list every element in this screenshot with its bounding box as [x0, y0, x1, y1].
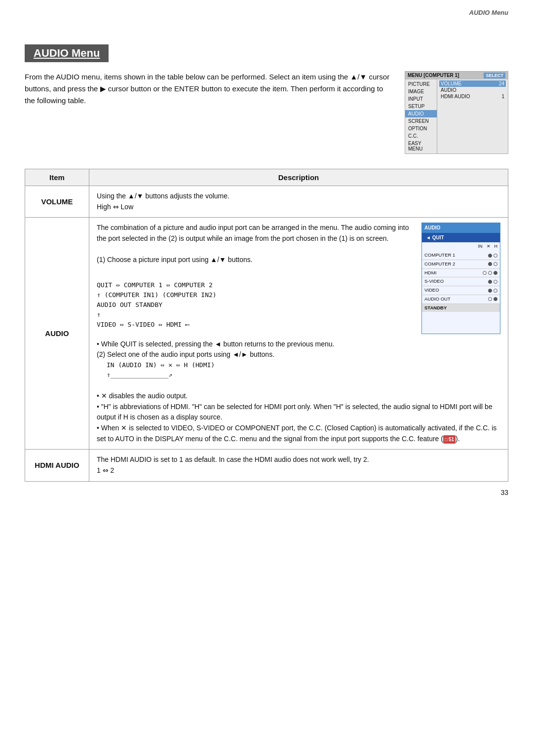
radio-group-hdmi	[483, 271, 497, 275]
radio-dot-empty	[488, 271, 492, 275]
radio-group-video	[488, 289, 497, 293]
audio-mini-row-video: VIDEO	[422, 286, 500, 295]
mini-menu-item-picture: PICTURE	[405, 80, 437, 88]
page-number: 33	[500, 489, 508, 496]
radio-dot-empty	[494, 280, 497, 284]
mini-menu-left-panel: PICTURE IMAGE INPUT SETUP AUDIO SCREEN O…	[405, 79, 437, 153]
radio-group-svideo	[488, 280, 497, 284]
audio-desc-quit: • While QUIT is selected, pressing the ◄…	[97, 339, 500, 350]
radio-group-audioout	[488, 297, 497, 301]
cycle-diagram: QUIT ⇔ COMPUTER 1 ⇔ COMPUTER 2 ⇑ (COMPUT…	[97, 280, 414, 330]
radio-dot-empty	[488, 297, 492, 301]
cycle-line4: ⇑	[97, 310, 414, 320]
table-row-audio: AUDIO The combination of a picture and a…	[25, 218, 508, 450]
mini-menu-preview: MENU [COMPUTER 1] SELECT PICTURE IMAGE I…	[405, 71, 508, 154]
intro-section: From the AUDIO menu, items shown in the …	[25, 71, 508, 154]
item-label-audio: AUDIO	[25, 218, 89, 450]
description-audio: The combination of a picture and audio i…	[89, 218, 508, 450]
audio-diagram-text: The combination of a picture and audio i…	[97, 223, 414, 334]
mini-menu-right-audio: AUDIO	[439, 87, 506, 93]
radio-dot-filled	[488, 280, 492, 284]
audio-mini-row-computer1: COMPUTER 1	[422, 251, 500, 260]
radio-dot-empty	[483, 271, 487, 275]
audio-mini-row-computer2: COMPUTER 2	[422, 260, 500, 269]
page-ref-51: □51	[443, 435, 456, 444]
mini-menu-select-badge: SELECT	[484, 73, 505, 78]
volume-desc-main: Using the ▲/▼ buttons adjusts the volume…	[97, 191, 500, 202]
table-header-item: Item	[25, 169, 89, 186]
audio-mini-row-svideo: S-VIDEO	[422, 277, 500, 286]
mini-menu-title: MENU [COMPUTER 1]	[408, 73, 459, 78]
mini-menu-item-audio: AUDIO	[405, 110, 437, 117]
mini-menu-right-hdmiaudio: HDMI AUDIO 1	[439, 93, 506, 100]
audio-desc-select: (2) Select one of the audio input ports …	[97, 349, 500, 360]
mini-menu-right-volume: VOLUME 24	[439, 80, 506, 87]
radio-dot-empty	[494, 289, 497, 293]
mini-menu-item-option: OPTION	[405, 125, 437, 132]
radio-group-computer2	[488, 262, 497, 266]
mini-menu-item-cc: C.C.	[405, 132, 437, 140]
main-content-table: Item Description VOLUME Using the ▲/▼ bu…	[25, 169, 508, 482]
radio-dot-filled	[488, 262, 492, 266]
hdmiaudio-desc-main: The HDMI AUDIO is set to 1 as default. I…	[97, 454, 500, 465]
audio-text2: (1) Choose a picture input port using ▲/…	[97, 255, 414, 265]
cycle-line3: AUDIO OUT STANDBY	[97, 300, 414, 310]
table-row-volume: VOLUME Using the ▲/▼ buttons adjusts the…	[25, 186, 508, 218]
description-hdmiaudio: The HDMI AUDIO is set to 1 as default. I…	[89, 450, 508, 481]
intro-text: From the AUDIO menu, items shown in the …	[25, 71, 390, 154]
item-label-hdmiaudio: HDMI AUDIO	[25, 450, 89, 481]
cycle-line1: QUIT ⇔ COMPUTER 1 ⇔ COMPUTER 2	[97, 280, 414, 290]
radio-dot-empty	[494, 262, 497, 266]
radio-group-computer1	[488, 254, 497, 258]
audio-mini-standby: STANDBY	[422, 304, 500, 312]
mini-menu-header: MENU [COMPUTER 1] SELECT	[405, 72, 508, 79]
audio-mini-header: AUDIO	[422, 223, 500, 233]
table-header-description: Description	[89, 169, 508, 186]
description-volume: Using the ▲/▼ buttons adjusts the volume…	[89, 186, 508, 218]
audio-desc-x: • When ✕ is selected to VIDEO, S-VIDEO o…	[97, 423, 500, 444]
cycle-line2: ⇑ (COMPUTER IN1) (COMPUTER IN2)	[97, 290, 414, 300]
mini-menu-item-screen: SCREEN	[405, 117, 437, 125]
audio-mini-row-hdmi: HDMI	[422, 269, 500, 278]
mini-menu-body: PICTURE IMAGE INPUT SETUP AUDIO SCREEN O…	[405, 79, 508, 153]
audio-diagram-area: The combination of a picture and audio i…	[97, 223, 500, 334]
audio-mini-menu-box: AUDIO ◄ QUIT IN ✕ H COMPUTER 1	[421, 223, 500, 334]
audio-desc-h: • "H" is abbreviations of HDMI. "H" can …	[97, 402, 500, 423]
page-header-label: AUDIO Menu	[469, 9, 508, 16]
radio-dot-filled	[488, 289, 492, 293]
radio-dot-empty	[494, 254, 497, 258]
radio-dot-filled	[494, 297, 497, 301]
radio-dot-filled	[494, 271, 497, 275]
item-label-volume: VOLUME	[25, 186, 89, 218]
volume-desc-sub: High ⇔ Low	[97, 202, 500, 213]
audio-desc-mute: • ✕ disables the audio output.	[97, 391, 500, 402]
mini-menu-item-input: INPUT	[405, 95, 437, 103]
audio-mini-row-audioout: AUDIO OUT	[422, 295, 500, 304]
audio-mini-inxh-labels: IN ✕ H	[422, 242, 500, 251]
mini-menu-item-image: IMAGE	[405, 88, 437, 95]
hdmiaudio-desc-sub: 1 ⇔ 2	[97, 465, 500, 476]
radio-dot-filled	[488, 254, 492, 258]
audio-desc-in: IN (AUDIO IN) ⇔ ✕ ⇔ H (HDMI) ⇑__________…	[107, 360, 500, 380]
audio-mini-quit: ◄ QUIT	[422, 233, 500, 243]
audio-text1: The combination of a picture and audio i…	[97, 223, 414, 244]
table-row-hdmiaudio: HDMI AUDIO The HDMI AUDIO is set to 1 as…	[25, 450, 508, 481]
mini-menu-right-panel: VOLUME 24 AUDIO HDMI AUDIO 1	[437, 79, 508, 153]
mini-menu-item-setup: SETUP	[405, 103, 437, 110]
section-heading: AUDIO Menu	[25, 44, 109, 62]
mini-menu-item-easymenu: EASY MENU	[405, 140, 437, 152]
cycle-line5: VIDEO ⇔ S-VIDEO ⇔ HDMI ⟵	[97, 320, 414, 330]
